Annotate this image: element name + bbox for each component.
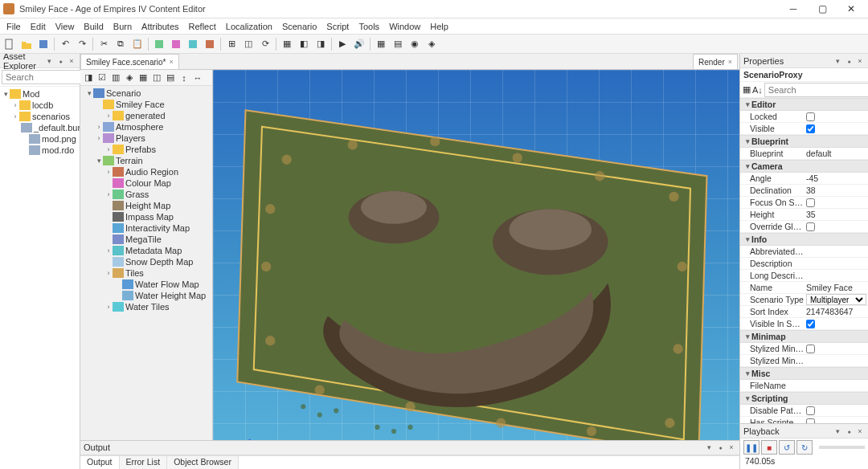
tab-render[interactable]: Render × [693,54,738,69]
prop-value[interactable]: 2147483647 [806,307,853,316]
prop-value[interactable]: 35 [806,210,816,219]
panel-close-icon[interactable]: × [67,56,76,66]
prop-value[interactable]: default [806,149,832,158]
scenario-item[interactable]: Interactivity Map [82,222,211,234]
tb-tool-6[interactable]: ◫ [240,36,256,52]
scenario-item[interactable]: ›Tiles [82,267,211,279]
properties-search-input[interactable] [764,83,868,97]
scenario-item[interactable]: ›Prefabs [82,144,211,155]
panel-pin-icon[interactable]: ⬥ [844,426,854,436]
prop-section[interactable]: ▾Misc [740,367,868,380]
menu-burn[interactable]: Burn [108,20,137,33]
menu-window[interactable]: Window [384,20,425,33]
tb-tool-4[interactable] [202,36,218,52]
asset-item[interactable]: mod.rdo [2,145,78,156]
prop-checkbox[interactable] [806,124,815,133]
prop-section[interactable]: ▾Camera [740,160,868,173]
tab-scenario[interactable]: Smiley Face.scenario* × [80,54,179,69]
playback-restart-button[interactable]: ↺ [779,440,795,455]
tb-refresh[interactable]: ⟳ [257,36,273,52]
panel-close-icon[interactable]: × [855,56,865,66]
tb-play[interactable]: ▶ [334,36,350,52]
scenario-item[interactable]: ▾Scenario [82,88,211,99]
prop-checkbox[interactable] [806,112,815,121]
st-tool-5[interactable]: ▦ [137,71,149,84]
menu-file[interactable]: File [2,20,26,33]
asset-item[interactable]: mod.png [2,133,78,145]
render-viewport[interactable] [213,70,739,440]
st-tool-4[interactable]: ◈ [123,71,136,84]
asset-item[interactable]: ›scenarios [2,111,78,122]
btab-output[interactable]: Output [80,456,120,470]
tb-tool-5[interactable]: ⊞ [223,36,240,52]
scenario-item[interactable]: ›generated [82,110,211,121]
tb-open[interactable] [18,36,35,52]
menu-build[interactable]: Build [79,20,108,33]
minimize-button[interactable]: ─ [780,1,807,17]
tb-tool-7[interactable]: ▦ [279,36,295,52]
st-tool-7[interactable]: ▤ [164,71,177,84]
scenario-item[interactable]: Smiley Face [82,99,211,110]
panel-pin-icon[interactable]: ⬥ [55,56,65,66]
menu-edit[interactable]: Edit [26,20,51,33]
tab-close-icon[interactable]: × [169,58,173,66]
tb-layers[interactable]: ▤ [390,36,406,52]
panel-dropdown-icon[interactable]: ▾ [704,442,714,452]
scenario-item[interactable]: ›Metadata Map [82,245,211,256]
panel-pin-icon[interactable]: ⬥ [715,442,725,452]
close-button[interactable]: ✕ [837,1,865,17]
playback-slider[interactable] [819,446,865,449]
scenario-item[interactable]: ›Audio Region [82,166,211,177]
scenario-item[interactable]: Water Height Map [82,290,211,301]
tb-tool-8[interactable]: ◧ [296,36,312,52]
props-sort-icon[interactable]: A↓ [752,84,763,96]
prop-checkbox[interactable] [806,320,815,328]
st-tool-2[interactable]: ☑ [96,71,108,84]
scenario-item[interactable]: Water Flow Map [82,279,211,290]
btab-objectbrowser[interactable]: Object Browser [167,456,239,470]
menu-script[interactable]: Script [321,20,354,33]
prop-checkbox[interactable] [806,345,815,353]
asset-tree[interactable]: ▾ Mod ›locdb›scenarios_default.burnprojm… [0,87,80,469]
tb-undo[interactable]: ↶ [57,36,73,52]
tb-tool-9[interactable]: ◨ [313,36,329,52]
tb-camera[interactable]: ◉ [407,36,423,52]
prop-select[interactable]: Multiplayer [806,294,866,305]
scenario-item[interactable]: ›Water Tiles [82,301,211,312]
scenario-item[interactable]: Snow Depth Map [82,256,211,267]
prop-section[interactable]: ▾Scripting [740,392,868,405]
prop-value[interactable]: -45 [806,173,818,183]
st-tool-9[interactable]: ↔ [191,71,204,84]
scenario-tree[interactable]: ▾ScenarioSmiley Face›generated›Atmospher… [80,86,212,440]
scenario-item[interactable]: Height Map [82,200,211,211]
tb-audio[interactable]: 🔊 [351,36,367,52]
prop-checkbox[interactable] [806,198,815,207]
btab-errorlist[interactable]: Error List [120,456,168,470]
tb-tool-1[interactable] [151,36,167,52]
scenario-item[interactable]: MegaTile [82,234,211,245]
tb-grid[interactable]: ▦ [373,36,389,52]
menu-tools[interactable]: Tools [354,20,384,33]
scenario-item[interactable]: ▾Terrain [82,155,211,166]
tb-copy[interactable]: ⧉ [113,36,129,52]
st-tool-1[interactable]: ◨ [82,71,95,84]
menu-reflect[interactable]: Reflect [184,20,221,33]
properties-list[interactable]: ▾EditorLockedVisible▾BlueprintBlueprintd… [740,98,868,423]
tree-root[interactable]: ▾ Mod [2,88,78,100]
prop-checkbox[interactable] [806,406,815,415]
prop-section[interactable]: ▾Editor [740,98,868,111]
prop-value[interactable]: 38 [806,186,816,195]
menu-attributes[interactable]: Attributes [137,20,183,33]
tb-redo[interactable]: ↷ [74,36,90,52]
prop-section[interactable]: ▾Minimap [740,330,868,343]
menu-view[interactable]: View [51,20,80,33]
st-tool-3[interactable]: ▥ [109,71,122,84]
prop-value[interactable]: Smiley Face [806,283,853,292]
asset-item[interactable]: _default.burnproj [2,122,78,133]
scenario-item[interactable]: ›Players [82,133,211,144]
st-tool-6[interactable]: ◫ [150,71,163,84]
tb-cut[interactable]: ✂ [96,36,112,52]
prop-section[interactable]: ▾Blueprint [740,135,868,148]
tb-tool-2[interactable] [168,36,184,52]
panel-dropdown-icon[interactable]: ▾ [44,56,54,66]
